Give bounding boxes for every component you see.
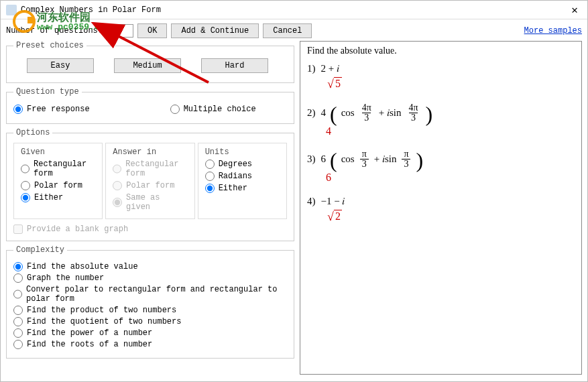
ok-button[interactable]: OK [137,23,167,38]
complexity-quotient[interactable]: Find the quotient of two numbers [13,317,287,326]
answer-4: 2 [326,210,575,224]
qtype-legend: Question type [13,87,82,97]
answerin-group: Answer in Rectangular form Polar form Sa… [105,143,194,219]
num-questions-input[interactable] [107,24,133,38]
lparen-icon: ( [330,105,337,124]
preview-panel: Find the absolute value. 1) 2 + 𝑖 5 2) 4… [300,41,582,375]
rparen-icon: ) [416,151,424,170]
given-rect-radio[interactable]: Rectangular form [21,160,95,178]
close-icon[interactable]: ✕ [567,3,582,17]
problem-2: 2) 4 ( cos 4π3 + 𝑖sin 4π3 ) [307,103,575,123]
given-group: Given Rectangular form Polar form Either [13,143,103,219]
units-group: Units Degrees Radians Either [198,143,287,219]
complexity-product[interactable]: Find the product of two numbers [13,306,287,315]
given-either-radio[interactable]: Either [21,193,95,202]
complexity-convert[interactable]: Convert polar to rectangular form and re… [13,285,287,304]
more-samples-link[interactable]: More samples [524,26,582,36]
problem-1: 1) 2 + 𝑖 [307,63,575,74]
add-continue-button[interactable]: Add & Continue [171,23,259,38]
num-questions-label: Number of questions: [6,26,103,36]
complexity-absvalue[interactable]: Find the absolute value [13,262,287,271]
window-title: Complex Numbers in Polar Form [21,5,161,15]
hard-button[interactable]: Hard [201,58,268,73]
problem-4: 4) −1 − 𝑖 [307,196,575,207]
answerin-same-radio: Same as given [113,193,187,212]
complexity-power[interactable]: Find the power of a number [13,328,287,338]
answerin-polar-radio: Polar form [113,181,187,190]
units-rad-radio[interactable]: Radians [205,172,280,181]
rparen-icon: ) [426,105,433,124]
answerin-rect-radio: Rectangular form [113,160,187,178]
preset-legend: Preset choices [13,41,86,50]
complexity-roots[interactable]: Find the roots of a number [13,340,287,349]
multiple-choice-radio[interactable]: Multiple choice [170,105,256,114]
easy-button[interactable]: Easy [27,58,94,73]
units-deg-radio[interactable]: Degrees [205,160,280,169]
answer-2: 4 [326,125,575,137]
cancel-button[interactable]: Cancel [263,23,312,38]
answer-1: 5 [326,77,575,91]
preset-choices-group: Preset choices Easy Medium Hard [6,41,294,83]
lparen-icon: ( [330,151,337,170]
options-group: Options Given Rectangular form Polar for… [6,128,294,241]
units-either-radio[interactable]: Either [205,184,280,193]
blank-graph-check: Provide a blank graph [13,225,287,234]
answer-3: 6 [326,172,575,184]
problem-3: 3) 6 ( cos π3 + 𝑖sin π3 ) [307,149,575,169]
question-type-group: Question type Free response Multiple cho… [6,87,294,124]
complexity-graph[interactable]: Graph the number [13,273,287,283]
complexity-group: Complexity Find the absolute value Graph… [6,245,294,359]
options-legend: Options [13,128,52,137]
complexity-legend: Complexity [13,245,67,255]
app-icon [6,5,17,15]
free-response-radio[interactable]: Free response [13,105,90,114]
medium-button[interactable]: Medium [114,58,181,73]
preview-title: Find the absolute value. [307,46,575,56]
given-polar-radio[interactable]: Polar form [21,181,95,190]
